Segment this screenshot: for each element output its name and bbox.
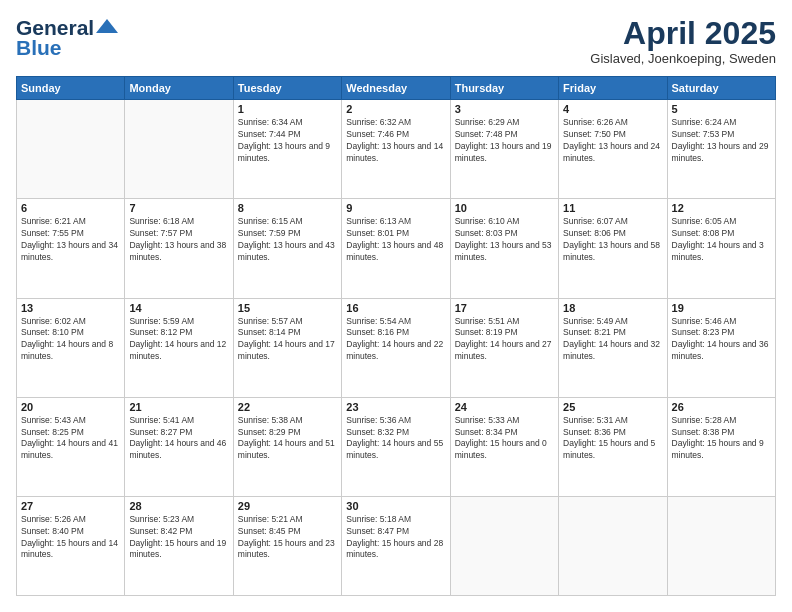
day-number: 28 [129, 500, 228, 512]
day-number: 26 [672, 401, 771, 413]
cell-details: Sunrise: 5:31 AMSunset: 8:36 PMDaylight:… [563, 415, 662, 463]
calendar-cell: 11Sunrise: 6:07 AMSunset: 8:06 PMDayligh… [559, 199, 667, 298]
calendar-cell [17, 100, 125, 199]
calendar-cell: 5Sunrise: 6:24 AMSunset: 7:53 PMDaylight… [667, 100, 775, 199]
day-number: 13 [21, 302, 120, 314]
day-number: 25 [563, 401, 662, 413]
calendar-cell: 19Sunrise: 5:46 AMSunset: 8:23 PMDayligh… [667, 298, 775, 397]
cell-details: Sunrise: 5:36 AMSunset: 8:32 PMDaylight:… [346, 415, 445, 463]
header: General Blue April 2025 Gislaved, Joenko… [16, 16, 776, 66]
col-thursday: Thursday [450, 77, 558, 100]
calendar-cell: 29Sunrise: 5:21 AMSunset: 8:45 PMDayligh… [233, 496, 341, 595]
calendar-cell: 9Sunrise: 6:13 AMSunset: 8:01 PMDaylight… [342, 199, 450, 298]
calendar-cell: 2Sunrise: 6:32 AMSunset: 7:46 PMDaylight… [342, 100, 450, 199]
cell-details: Sunrise: 5:59 AMSunset: 8:12 PMDaylight:… [129, 316, 228, 364]
logo-icon [96, 19, 118, 37]
month-title: April 2025 [590, 16, 776, 51]
day-number: 6 [21, 202, 120, 214]
cell-details: Sunrise: 6:05 AMSunset: 8:08 PMDaylight:… [672, 216, 771, 264]
cell-details: Sunrise: 5:46 AMSunset: 8:23 PMDaylight:… [672, 316, 771, 364]
calendar-cell: 26Sunrise: 5:28 AMSunset: 8:38 PMDayligh… [667, 397, 775, 496]
day-number: 9 [346, 202, 445, 214]
col-tuesday: Tuesday [233, 77, 341, 100]
calendar-cell: 18Sunrise: 5:49 AMSunset: 8:21 PMDayligh… [559, 298, 667, 397]
day-number: 24 [455, 401, 554, 413]
cell-details: Sunrise: 6:21 AMSunset: 7:55 PMDaylight:… [21, 216, 120, 264]
cell-details: Sunrise: 5:38 AMSunset: 8:29 PMDaylight:… [238, 415, 337, 463]
day-number: 30 [346, 500, 445, 512]
day-number: 10 [455, 202, 554, 214]
cell-details: Sunrise: 6:15 AMSunset: 7:59 PMDaylight:… [238, 216, 337, 264]
day-number: 22 [238, 401, 337, 413]
cell-details: Sunrise: 6:07 AMSunset: 8:06 PMDaylight:… [563, 216, 662, 264]
cell-details: Sunrise: 5:21 AMSunset: 8:45 PMDaylight:… [238, 514, 337, 562]
calendar-cell: 10Sunrise: 6:10 AMSunset: 8:03 PMDayligh… [450, 199, 558, 298]
calendar-cell: 7Sunrise: 6:18 AMSunset: 7:57 PMDaylight… [125, 199, 233, 298]
calendar-cell: 3Sunrise: 6:29 AMSunset: 7:48 PMDaylight… [450, 100, 558, 199]
cell-details: Sunrise: 5:57 AMSunset: 8:14 PMDaylight:… [238, 316, 337, 364]
calendar-week-row: 1Sunrise: 6:34 AMSunset: 7:44 PMDaylight… [17, 100, 776, 199]
day-number: 29 [238, 500, 337, 512]
calendar-cell: 20Sunrise: 5:43 AMSunset: 8:25 PMDayligh… [17, 397, 125, 496]
day-number: 3 [455, 103, 554, 115]
calendar-cell: 6Sunrise: 6:21 AMSunset: 7:55 PMDaylight… [17, 199, 125, 298]
cell-details: Sunrise: 5:28 AMSunset: 8:38 PMDaylight:… [672, 415, 771, 463]
cell-details: Sunrise: 5:51 AMSunset: 8:19 PMDaylight:… [455, 316, 554, 364]
day-number: 11 [563, 202, 662, 214]
day-number: 17 [455, 302, 554, 314]
calendar-cell: 17Sunrise: 5:51 AMSunset: 8:19 PMDayligh… [450, 298, 558, 397]
cell-details: Sunrise: 5:43 AMSunset: 8:25 PMDaylight:… [21, 415, 120, 463]
cell-details: Sunrise: 6:18 AMSunset: 7:57 PMDaylight:… [129, 216, 228, 264]
calendar-week-row: 27Sunrise: 5:26 AMSunset: 8:40 PMDayligh… [17, 496, 776, 595]
cell-details: Sunrise: 6:02 AMSunset: 8:10 PMDaylight:… [21, 316, 120, 364]
cell-details: Sunrise: 5:54 AMSunset: 8:16 PMDaylight:… [346, 316, 445, 364]
cell-details: Sunrise: 6:10 AMSunset: 8:03 PMDaylight:… [455, 216, 554, 264]
calendar-cell: 12Sunrise: 6:05 AMSunset: 8:08 PMDayligh… [667, 199, 775, 298]
header-right: April 2025 Gislaved, Joenkoeping, Sweden [590, 16, 776, 66]
calendar-cell: 28Sunrise: 5:23 AMSunset: 8:42 PMDayligh… [125, 496, 233, 595]
calendar-cell: 30Sunrise: 5:18 AMSunset: 8:47 PMDayligh… [342, 496, 450, 595]
day-number: 23 [346, 401, 445, 413]
cell-details: Sunrise: 6:13 AMSunset: 8:01 PMDaylight:… [346, 216, 445, 264]
calendar-cell: 1Sunrise: 6:34 AMSunset: 7:44 PMDaylight… [233, 100, 341, 199]
calendar-cell: 14Sunrise: 5:59 AMSunset: 8:12 PMDayligh… [125, 298, 233, 397]
day-number: 4 [563, 103, 662, 115]
calendar-cell: 23Sunrise: 5:36 AMSunset: 8:32 PMDayligh… [342, 397, 450, 496]
calendar-cell [450, 496, 558, 595]
calendar-cell: 13Sunrise: 6:02 AMSunset: 8:10 PMDayligh… [17, 298, 125, 397]
calendar-cell: 24Sunrise: 5:33 AMSunset: 8:34 PMDayligh… [450, 397, 558, 496]
svg-marker-0 [96, 19, 118, 33]
day-number: 27 [21, 500, 120, 512]
cell-details: Sunrise: 5:33 AMSunset: 8:34 PMDaylight:… [455, 415, 554, 463]
calendar-cell [667, 496, 775, 595]
calendar-cell: 22Sunrise: 5:38 AMSunset: 8:29 PMDayligh… [233, 397, 341, 496]
cell-details: Sunrise: 5:49 AMSunset: 8:21 PMDaylight:… [563, 316, 662, 364]
cell-details: Sunrise: 6:32 AMSunset: 7:46 PMDaylight:… [346, 117, 445, 165]
day-number: 19 [672, 302, 771, 314]
cell-details: Sunrise: 5:18 AMSunset: 8:47 PMDaylight:… [346, 514, 445, 562]
col-saturday: Saturday [667, 77, 775, 100]
calendar-cell: 16Sunrise: 5:54 AMSunset: 8:16 PMDayligh… [342, 298, 450, 397]
cell-details: Sunrise: 6:29 AMSunset: 7:48 PMDaylight:… [455, 117, 554, 165]
calendar-header-row: Sunday Monday Tuesday Wednesday Thursday… [17, 77, 776, 100]
cell-details: Sunrise: 5:26 AMSunset: 8:40 PMDaylight:… [21, 514, 120, 562]
cell-details: Sunrise: 5:41 AMSunset: 8:27 PMDaylight:… [129, 415, 228, 463]
cell-details: Sunrise: 6:26 AMSunset: 7:50 PMDaylight:… [563, 117, 662, 165]
calendar-week-row: 20Sunrise: 5:43 AMSunset: 8:25 PMDayligh… [17, 397, 776, 496]
day-number: 16 [346, 302, 445, 314]
calendar-cell: 21Sunrise: 5:41 AMSunset: 8:27 PMDayligh… [125, 397, 233, 496]
page: General Blue April 2025 Gislaved, Joenko… [0, 0, 792, 612]
day-number: 20 [21, 401, 120, 413]
calendar-cell: 8Sunrise: 6:15 AMSunset: 7:59 PMDaylight… [233, 199, 341, 298]
col-wednesday: Wednesday [342, 77, 450, 100]
day-number: 12 [672, 202, 771, 214]
col-friday: Friday [559, 77, 667, 100]
day-number: 1 [238, 103, 337, 115]
calendar-cell: 25Sunrise: 5:31 AMSunset: 8:36 PMDayligh… [559, 397, 667, 496]
day-number: 5 [672, 103, 771, 115]
calendar-cell: 4Sunrise: 6:26 AMSunset: 7:50 PMDaylight… [559, 100, 667, 199]
col-sunday: Sunday [17, 77, 125, 100]
calendar-table: Sunday Monday Tuesday Wednesday Thursday… [16, 76, 776, 596]
day-number: 18 [563, 302, 662, 314]
day-number: 21 [129, 401, 228, 413]
